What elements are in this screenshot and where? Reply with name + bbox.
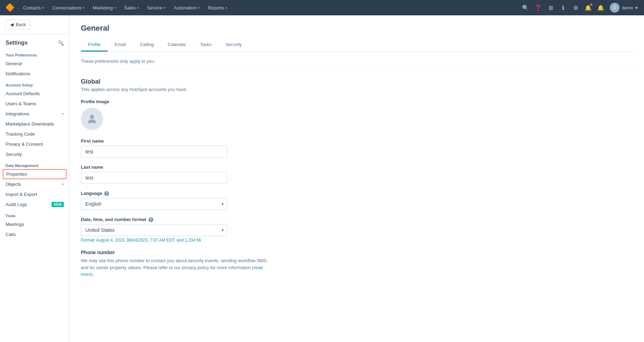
sidebar-header: Settings 🔍 bbox=[0, 34, 69, 49]
language-info-icon[interactable]: ? bbox=[104, 191, 109, 196]
sidebar-title: Settings bbox=[6, 40, 28, 46]
phone-section: Phone number We may use this phone numbe… bbox=[81, 250, 633, 278]
new-badge: NEW bbox=[52, 202, 64, 207]
sidebar-item-meetings[interactable]: Meetings bbox=[0, 219, 69, 229]
back-button[interactable]: ◀ Back bbox=[6, 20, 30, 30]
sidebar-item-audit-logs[interactable]: Audit Logs NEW bbox=[0, 199, 69, 210]
notifications-button[interactable]: 🔔 bbox=[583, 2, 594, 13]
user-chevron: ▾ bbox=[635, 5, 638, 10]
top-nav: 🔶 Contacts ▾ Conversations ▾ Marketing ▾… bbox=[0, 0, 644, 15]
nav-automation-chevron: ▾ bbox=[198, 6, 200, 10]
section-label-tools: Tools bbox=[0, 210, 69, 219]
sidebar-item-users-teams[interactable]: Users & Teams bbox=[0, 99, 69, 109]
tab-calling[interactable]: Calling bbox=[133, 38, 161, 52]
main-content: General Profile Email Calling Calendar T… bbox=[70, 15, 644, 342]
content-note: These preferences only apply to you. bbox=[81, 59, 633, 70]
nav-automation[interactable]: Automation ▾ bbox=[170, 3, 203, 13]
avatar: D bbox=[610, 3, 620, 13]
hubspot-logo: 🔶 bbox=[4, 2, 15, 13]
sidebar-search-icon[interactable]: 🔍 bbox=[58, 40, 64, 46]
nav-contacts-chevron: ▾ bbox=[42, 6, 44, 10]
sidebar-item-integrations[interactable]: Integrations ▾ bbox=[0, 109, 69, 119]
section-subtitle: This applies across any HubSpot accounts… bbox=[81, 87, 633, 92]
integrations-chevron-icon: ▾ bbox=[62, 112, 64, 116]
back-label: Back bbox=[16, 22, 26, 27]
search-button[interactable]: 🔍 bbox=[520, 2, 531, 13]
first-name-label: First name bbox=[81, 138, 227, 144]
tab-security[interactable]: Security bbox=[219, 38, 249, 52]
sidebar-back-section: ◀ Back bbox=[0, 15, 69, 34]
tab-email[interactable]: Email bbox=[108, 38, 133, 52]
nav-contacts[interactable]: Contacts ▾ bbox=[20, 3, 47, 13]
sidebar-item-calls[interactable]: Calls bbox=[0, 229, 69, 240]
marketplace-button[interactable]: ⊞ bbox=[545, 2, 556, 13]
nav-sales-chevron: ▾ bbox=[137, 6, 139, 10]
help-button[interactable]: ❓ bbox=[532, 2, 544, 13]
sidebar-item-tracking-code[interactable]: Tracking Code bbox=[0, 129, 69, 139]
tab-calendar[interactable]: Calendar bbox=[161, 38, 193, 52]
last-name-group: Last name bbox=[81, 165, 227, 184]
nav-right: 🔍 ❓ ⊞ ℹ ⚙ 🔔 🔔 D demo ▾ bbox=[520, 1, 640, 14]
nav-reports[interactable]: Reports ▾ bbox=[205, 3, 231, 13]
nav-marketing[interactable]: Marketing ▾ bbox=[89, 3, 119, 13]
sidebar-item-notifications[interactable]: Notifications bbox=[0, 69, 69, 79]
sidebar-item-properties[interactable]: Properties bbox=[3, 169, 67, 179]
nav-reports-chevron: ▾ bbox=[225, 6, 227, 10]
tabs: Profile Email Calling Calendar Tasks Sec… bbox=[81, 38, 633, 52]
sidebar-item-objects[interactable]: Objects ▾ bbox=[0, 179, 69, 189]
sidebar-item-import-export[interactable]: Import & Export bbox=[0, 189, 69, 199]
tab-tasks[interactable]: Tasks bbox=[193, 38, 219, 52]
language-select[interactable]: English Spanish French German Portuguese bbox=[81, 198, 227, 210]
sidebar: ◀ Back Settings 🔍 Your Preferences Gener… bbox=[0, 15, 70, 342]
phone-title: Phone number bbox=[81, 250, 633, 255]
last-name-label: Last name bbox=[81, 165, 227, 170]
bell-button[interactable]: 🔔 bbox=[595, 2, 606, 13]
content-body: These preferences only apply to you. Glo… bbox=[81, 52, 633, 285]
help-circle-button[interactable]: ℹ bbox=[558, 2, 569, 13]
nav-conversations[interactable]: Conversations ▾ bbox=[49, 3, 88, 13]
settings-button[interactable]: ⚙ bbox=[570, 2, 581, 13]
language-select-wrapper: English Spanish French German Portuguese… bbox=[81, 198, 227, 210]
first-name-input[interactable] bbox=[81, 146, 227, 158]
date-format-info-icon[interactable]: ? bbox=[148, 217, 153, 222]
section-label-data-management: Data Management bbox=[0, 159, 69, 169]
nav-marketing-chevron: ▾ bbox=[114, 6, 116, 10]
svg-point-0 bbox=[90, 115, 94, 119]
profile-image-label: Profile Image bbox=[81, 99, 633, 104]
date-format-select[interactable]: United States United Kingdom Germany Fra… bbox=[81, 224, 227, 236]
language-label: Language ? bbox=[81, 191, 227, 196]
date-format-label: Date, time, and number format ? bbox=[81, 217, 227, 222]
profile-avatar[interactable] bbox=[81, 108, 103, 130]
first-name-group: First name bbox=[81, 138, 227, 158]
user-label: demo bbox=[622, 5, 633, 10]
notification-badge bbox=[590, 3, 593, 6]
app-layout: ◀ Back Settings 🔍 Your Preferences Gener… bbox=[0, 15, 644, 342]
nav-service-chevron: ▾ bbox=[163, 6, 165, 10]
back-arrow-icon: ◀ bbox=[10, 22, 14, 27]
section-label-account-setup: Account Setup bbox=[0, 79, 69, 89]
user-icon bbox=[86, 113, 98, 125]
nav-conversations-chevron: ▾ bbox=[83, 6, 84, 10]
tab-profile[interactable]: Profile bbox=[81, 38, 108, 52]
section-title: Global bbox=[81, 78, 633, 85]
last-name-input[interactable] bbox=[81, 172, 227, 184]
date-format-hint: Format: August 4, 2023, 08/04/2023, 7:07… bbox=[81, 238, 227, 243]
phone-desc: We may use this phone number to contact … bbox=[81, 257, 269, 278]
section-label-your-preferences: Your Preferences bbox=[0, 49, 69, 59]
sidebar-item-marketplace-downloads[interactable]: Marketplace Downloads bbox=[0, 119, 69, 129]
language-group: Language ? English Spanish French German… bbox=[81, 191, 227, 210]
sidebar-item-account-defaults[interactable]: Account Defaults bbox=[0, 89, 69, 99]
sidebar-item-security[interactable]: Security bbox=[0, 149, 69, 159]
sidebar-item-general[interactable]: General bbox=[0, 59, 69, 69]
page-title: General bbox=[81, 24, 633, 33]
date-format-select-wrapper: United States United Kingdom Germany Fra… bbox=[81, 224, 227, 236]
date-format-group: Date, time, and number format ? United S… bbox=[81, 217, 227, 243]
profile-image-section: Profile Image bbox=[81, 99, 633, 130]
user-menu[interactable]: D demo ▾ bbox=[608, 1, 640, 14]
nav-service[interactable]: Service ▾ bbox=[144, 3, 169, 13]
objects-chevron-icon: ▾ bbox=[62, 182, 64, 186]
sidebar-item-privacy-consent[interactable]: Privacy & Consent bbox=[0, 139, 69, 149]
nav-sales[interactable]: Sales ▾ bbox=[121, 3, 143, 13]
